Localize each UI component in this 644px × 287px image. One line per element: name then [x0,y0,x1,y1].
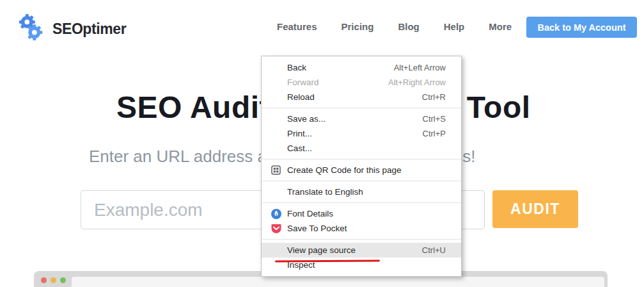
menu-item-forward: Forward Alt+Right Arrow [262,75,461,90]
menu-item-label: Cast... [287,144,312,153]
menu-item-label: Reload [287,92,315,102]
page: SEOptimer Features Pricing Blog Help Mor… [0,0,644,287]
menu-separator [262,108,461,108]
menu-item-save-to-pocket[interactable]: Save To Pocket [262,221,461,236]
menu-item-cast[interactable]: Cast... [262,141,461,156]
nav-item-pricing[interactable]: Pricing [342,21,374,32]
menu-separator [262,181,461,181]
seoptimer-gears-icon [17,13,46,45]
menu-item-shortcut: Alt+Right Arrow [388,78,446,87]
menu-item-label: View page source [287,245,356,255]
menu-item-shortcut: Ctrl+R [422,92,446,102]
menu-item-save-as[interactable]: Save as... Ctrl+S [262,111,461,126]
menu-item-label: Create QR Code for this page [287,165,402,175]
pocket-icon [271,223,281,234]
nav-item-features[interactable]: Features [277,21,317,32]
nav-item-blog[interactable]: Blog [398,21,419,32]
green-dot-icon [60,277,66,283]
back-to-account-button[interactable]: Back to My Account [526,17,637,38]
nav-item-help[interactable]: Help [444,21,465,32]
menu-item-label: Print... [287,129,312,138]
yellow-dot-icon [51,277,56,283]
brand-name: SEOptimer [52,20,126,38]
qr-code-icon [271,165,281,176]
menu-item-label: Font Details [287,209,333,218]
menu-item-back[interactable]: Back Alt+Left Arrow [262,60,461,75]
menu-item-print[interactable]: Print... Ctrl+P [262,126,461,141]
menu-item-shortcut: Alt+Left Arrow [394,63,446,72]
menu-item-translate[interactable]: Translate to English [262,184,461,199]
menu-item-label: Save To Pocket [287,224,347,233]
menu-item-create-qr-code[interactable]: Create QR Code for this page [262,163,461,177]
menu-item-reload[interactable]: Reload Ctrl+R [262,90,461,104]
menu-item-label: Forward [287,78,319,87]
font-details-icon [271,208,281,219]
window-control-dots [41,277,66,283]
main-nav: Features Pricing Blog Help More [277,21,512,32]
red-dot-icon [41,277,47,283]
menu-separator [262,159,461,160]
mockup-url-bar [72,277,604,287]
menu-item-label: Save as... [287,114,326,124]
brand-logo[interactable]: SEOptimer [17,13,126,45]
menu-separator [262,202,461,203]
context-menu: Back Alt+Left Arrow Forward Alt+Right Ar… [261,56,462,277]
nav-item-more[interactable]: More [489,21,512,32]
menu-item-view-page-source[interactable]: View page source Ctrl+U [262,243,461,258]
menu-item-label: Back [287,63,306,72]
menu-separator [262,239,461,240]
menu-item-shortcut: Ctrl+U [422,245,446,255]
menu-item-shortcut: Ctrl+S [423,114,446,124]
menu-item-shortcut: Ctrl+P [423,129,446,138]
menu-item-label: Translate to English [287,187,363,197]
audit-button[interactable]: AUDIT [492,190,578,228]
menu-item-font-details[interactable]: Font Details [262,206,461,221]
